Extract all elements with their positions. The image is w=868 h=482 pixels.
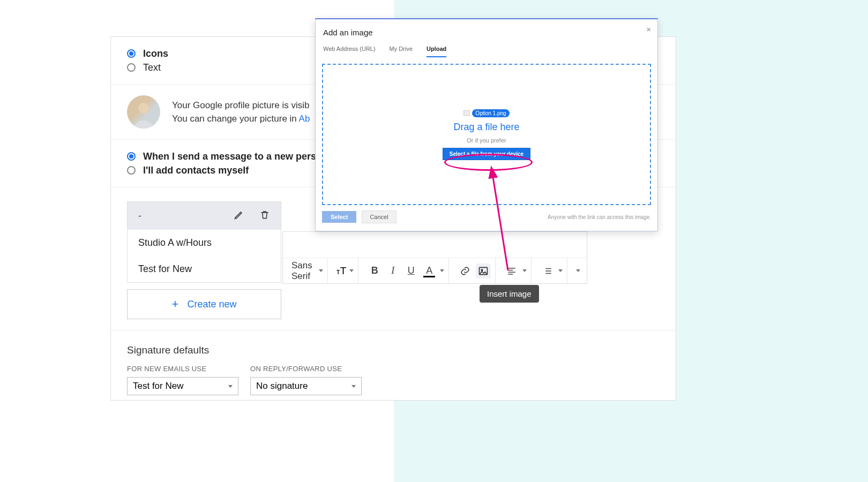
- radio-icon: [127, 152, 136, 161]
- access-note: Anyone with the link can access this ima…: [548, 214, 651, 220]
- chevron-down-icon: [319, 269, 323, 272]
- cancel-button[interactable]: Cancel: [362, 210, 396, 223]
- drag-text: Drag a file here: [453, 122, 519, 133]
- or-text: Or if you prefer: [467, 137, 506, 144]
- chevron-down-icon: [351, 385, 356, 388]
- tooltip-insert-image: Insert image: [480, 285, 539, 303]
- select-file-button[interactable]: Select a file from your device: [443, 148, 530, 160]
- radio-label: Text: [143, 62, 161, 73]
- text-color-button[interactable]: A: [422, 263, 437, 278]
- create-new-button[interactable]: + Create new: [127, 289, 281, 319]
- profile-text: Your Google profile picture is visib You…: [172, 99, 310, 126]
- tab-my-drive[interactable]: My Drive: [390, 43, 413, 57]
- signature-item[interactable]: Studio A w/Hours: [128, 230, 281, 256]
- list-button[interactable]: [540, 263, 555, 278]
- radio-icon: [127, 49, 136, 58]
- about-me-link[interactable]: Ab: [299, 114, 310, 124]
- reply-forward-select[interactable]: No signature: [250, 377, 362, 395]
- select-button[interactable]: Select: [322, 211, 356, 223]
- signature-selected[interactable]: -: [128, 202, 281, 230]
- font-family-select[interactable]: Sans Serif: [287, 258, 328, 283]
- signature-editor[interactable]: Sans Serif тT B I U A: [282, 231, 587, 284]
- more-formatting-icon[interactable]: [576, 269, 580, 272]
- italic-button[interactable]: I: [385, 263, 400, 278]
- delete-icon[interactable]: [259, 209, 270, 222]
- tab-upload[interactable]: Upload: [426, 43, 446, 57]
- edit-icon[interactable]: [234, 209, 244, 222]
- link-button[interactable]: [458, 263, 473, 278]
- radio-icon: [127, 63, 136, 72]
- dialog-title: Add an image: [322, 25, 651, 43]
- add-image-dialog: Add an image × Web Address (URL) My Driv…: [315, 18, 658, 231]
- align-button[interactable]: [504, 263, 519, 278]
- plus-icon: +: [172, 297, 179, 311]
- chevron-down-icon: [349, 269, 354, 272]
- radio-icon: [127, 166, 136, 175]
- chevron-down-icon: [522, 269, 527, 272]
- format-toolbar: Sans Serif тT B I U A: [283, 258, 587, 283]
- signature-item[interactable]: Test for New: [128, 256, 281, 282]
- tab-web-address[interactable]: Web Address (URL): [323, 43, 376, 57]
- dropzone[interactable]: Option 1.png Drag a file here Or if you …: [322, 64, 651, 205]
- text-size-icon: тT: [336, 265, 346, 277]
- bold-button[interactable]: B: [367, 263, 382, 278]
- radio-label: I'll add contacts myself: [143, 165, 249, 176]
- signature-defaults-title: Signature defaults: [127, 344, 660, 356]
- chevron-down-icon: [228, 385, 233, 388]
- file-icon: [463, 110, 470, 116]
- radio-label: Icons: [143, 48, 168, 59]
- signature-list: - Studio A w/Hours Test for New: [127, 201, 281, 283]
- avatar: [127, 95, 160, 129]
- insert-image-button[interactable]: [476, 263, 491, 278]
- selected-file-chip: Option 1.png: [463, 109, 509, 117]
- svg-point-2: [481, 269, 483, 271]
- reply-forward-label: ON REPLY/FORWARD USE: [250, 365, 362, 373]
- svg-point-0: [138, 103, 149, 114]
- close-icon[interactable]: ×: [646, 25, 651, 34]
- underline-button[interactable]: U: [403, 263, 418, 278]
- chevron-down-icon: [440, 269, 444, 272]
- chevron-down-icon: [558, 269, 563, 272]
- new-emails-select[interactable]: Test for New: [127, 377, 238, 395]
- new-emails-label: FOR NEW EMAILS USE: [127, 365, 238, 373]
- radio-label: When I send a message to a new person: [143, 151, 328, 162]
- font-size-select[interactable]: тT: [332, 258, 358, 283]
